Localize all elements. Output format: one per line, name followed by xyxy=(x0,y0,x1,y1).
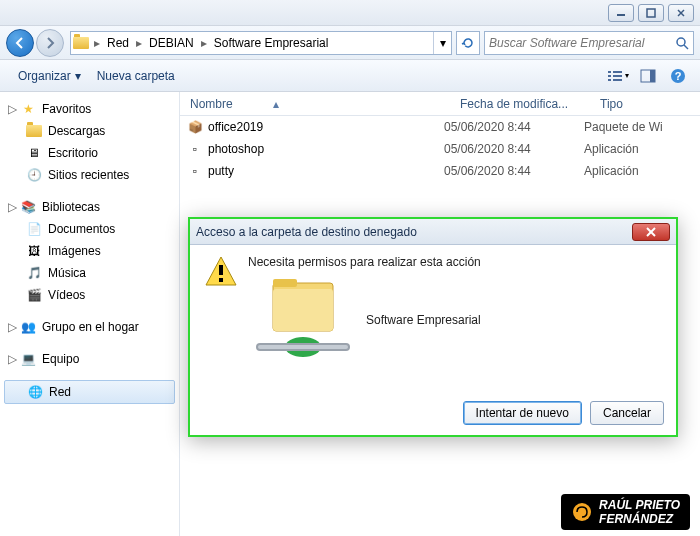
pictures-icon: 🖼 xyxy=(26,243,42,259)
access-denied-dialog: Acceso a la carpeta de destino denegado … xyxy=(188,217,678,437)
sidebar-item-escritorio[interactable]: 🖥Escritorio xyxy=(0,142,179,164)
window-maximize-button[interactable] xyxy=(638,4,664,22)
installer-icon: 📦 xyxy=(186,120,204,134)
maximize-icon xyxy=(646,8,656,18)
cancel-button[interactable]: Cancelar xyxy=(590,401,664,425)
sidebar-item-descargas[interactable]: Descargas xyxy=(0,120,179,142)
warning-icon xyxy=(204,255,238,289)
dialog-body: Necesita permisos para realizar esta acc… xyxy=(190,245,676,375)
sidebar-computer-header[interactable]: ▷ 💻 Equipo xyxy=(0,348,179,370)
network-folder-icon xyxy=(248,275,358,365)
chevron-down-icon: ▾ xyxy=(625,71,629,80)
dialog-title: Acceso a la carpeta de destino denegado xyxy=(196,225,632,239)
new-folder-label: Nueva carpeta xyxy=(97,69,175,83)
svg-rect-10 xyxy=(608,79,611,81)
watermark-line: RAÚL PRIETO xyxy=(599,498,680,512)
navigation-pane: ▷ ★ Favoritos Descargas 🖥Escritorio 🕘Sit… xyxy=(0,92,180,536)
desktop-icon: 🖥 xyxy=(26,145,42,161)
sidebar-item-recientes[interactable]: 🕘Sitios recientes xyxy=(0,164,179,186)
window-minimize-button[interactable] xyxy=(608,4,634,22)
svg-rect-9 xyxy=(613,75,622,77)
svg-rect-26 xyxy=(258,345,348,349)
expand-icon: ▷ xyxy=(8,352,18,366)
application-icon: ▫ xyxy=(186,142,204,156)
sidebar-item-documentos[interactable]: 📄Documentos xyxy=(0,218,179,240)
breadcrumb-dropdown[interactable]: ▾ xyxy=(433,32,451,54)
button-label: Cancelar xyxy=(603,406,651,420)
author-watermark: RAÚL PRIETO FERNÁNDEZ xyxy=(561,494,690,530)
refresh-icon xyxy=(461,36,475,50)
close-icon xyxy=(645,227,657,237)
sidebar-item-label: Documentos xyxy=(48,222,115,236)
search-input[interactable] xyxy=(489,36,675,50)
sidebar-label: Favoritos xyxy=(42,102,91,116)
minimize-icon xyxy=(616,8,626,18)
homegroup-icon: 👥 xyxy=(20,319,36,335)
search-icon xyxy=(675,36,689,50)
file-name: photoshop xyxy=(208,142,444,156)
videos-icon: 🎬 xyxy=(26,287,42,303)
column-label: Nombre xyxy=(190,97,233,111)
sidebar-item-musica[interactable]: 🎵Música xyxy=(0,262,179,284)
sidebar-homegroup-header[interactable]: ▷ 👥 Grupo en el hogar xyxy=(0,316,179,338)
breadcrumb[interactable]: ▸ Red ▸ DEBIAN ▸ Software Empresarial ▾ xyxy=(70,31,452,55)
file-type: Paquete de Wi xyxy=(584,120,694,134)
sidebar-item-videos[interactable]: 🎬Vídeos xyxy=(0,284,179,306)
dialog-button-row: Intentar de nuevo Cancelar xyxy=(455,401,664,425)
help-button[interactable]: ? xyxy=(666,64,690,88)
sidebar-libraries-header[interactable]: ▷ 📚 Bibliotecas xyxy=(0,196,179,218)
sidebar-label: Red xyxy=(49,385,71,399)
file-row[interactable]: 📦 office2019 05/06/2020 8:44 Paquete de … xyxy=(180,116,700,138)
file-date: 05/06/2020 8:44 xyxy=(444,120,584,134)
svg-line-5 xyxy=(684,45,688,49)
sidebar-item-imagenes[interactable]: 🖼Imágenes xyxy=(0,240,179,262)
breadcrumb-segment[interactable]: Software Empresarial xyxy=(210,36,333,50)
column-header-name[interactable]: Nombre ▴ xyxy=(180,97,450,111)
sidebar-favorites-header[interactable]: ▷ ★ Favoritos xyxy=(0,98,179,120)
svg-rect-23 xyxy=(273,289,333,331)
file-name: office2019 xyxy=(208,120,444,134)
file-row[interactable]: ▫ photoshop 05/06/2020 8:44 Aplicación xyxy=(180,138,700,160)
computer-icon: 💻 xyxy=(20,351,36,367)
sidebar-label: Equipo xyxy=(42,352,79,366)
svg-rect-19 xyxy=(219,265,223,275)
file-type: Aplicación xyxy=(584,142,694,156)
refresh-button[interactable] xyxy=(456,31,480,55)
column-header-date[interactable]: Fecha de modifica... xyxy=(450,97,590,111)
documents-icon: 📄 xyxy=(26,221,42,237)
view-options-button[interactable]: ▾ xyxy=(606,64,630,88)
sidebar-item-label: Música xyxy=(48,266,86,280)
column-header-type[interactable]: Tipo xyxy=(590,97,700,111)
window-close-button[interactable] xyxy=(668,4,694,22)
sidebar-item-label: Descargas xyxy=(48,124,105,138)
sidebar-network-header[interactable]: 🌐 Red xyxy=(4,380,175,404)
breadcrumb-segment[interactable]: Red xyxy=(103,36,133,50)
breadcrumb-segment[interactable]: DEBIAN xyxy=(145,36,198,50)
organize-menu[interactable]: Organizar ▾ xyxy=(10,65,89,87)
organize-label: Organizar xyxy=(18,69,71,83)
file-name: putty xyxy=(208,164,444,178)
network-icon: 🌐 xyxy=(27,384,43,400)
file-date: 05/06/2020 8:44 xyxy=(444,164,584,178)
svg-rect-7 xyxy=(613,71,622,73)
preview-pane-button[interactable] xyxy=(636,64,660,88)
sidebar-item-label: Vídeos xyxy=(48,288,85,302)
window-titlebar xyxy=(0,0,700,26)
file-row[interactable]: ▫ putty 05/06/2020 8:44 Aplicación xyxy=(180,160,700,182)
folder-icon xyxy=(71,37,91,49)
new-folder-button[interactable]: Nueva carpeta xyxy=(89,65,183,87)
column-label: Fecha de modifica... xyxy=(460,97,568,111)
dialog-close-button[interactable] xyxy=(632,223,670,241)
nav-forward-button[interactable] xyxy=(36,29,64,57)
svg-rect-13 xyxy=(650,70,655,82)
column-headers: Nombre ▴ Fecha de modifica... Tipo xyxy=(180,92,700,116)
sidebar-item-label: Imágenes xyxy=(48,244,101,258)
nav-back-button[interactable] xyxy=(6,29,34,57)
star-icon: ★ xyxy=(20,101,36,117)
dialog-titlebar: Acceso a la carpeta de destino denegado xyxy=(190,219,676,245)
preview-pane-icon xyxy=(640,69,656,83)
svg-point-27 xyxy=(573,503,591,521)
retry-button[interactable]: Intentar de nuevo xyxy=(463,401,582,425)
search-box[interactable] xyxy=(484,31,694,55)
arrow-left-icon xyxy=(13,36,27,50)
